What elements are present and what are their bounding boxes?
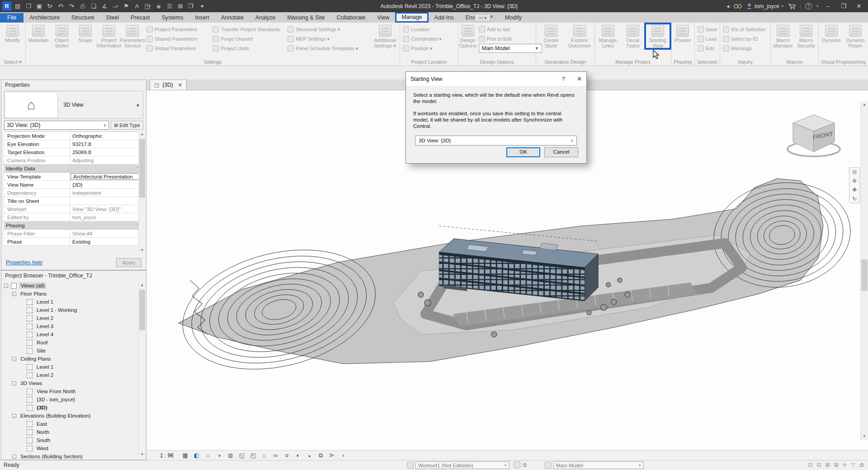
tree-item[interactable]: – {3D} — [1, 404, 146, 412]
displacement-sets-icon[interactable]: ⧉ — [316, 452, 325, 459]
property-row[interactable]: Phase Existing — [4, 238, 143, 246]
tab-architecture[interactable]: Architecture — [24, 13, 66, 23]
save-selection-button[interactable]: Save — [698, 26, 717, 33]
expander-icon[interactable]: – — [12, 414, 16, 418]
tab-systems[interactable]: Systems — [156, 13, 189, 23]
switch-windows-icon[interactable]: ❐▾ — [186, 1, 196, 11]
expander-icon[interactable]: – — [12, 357, 16, 361]
tab-modify[interactable]: Modify — [499, 13, 528, 23]
tree-item[interactable]: – Elevations (Building Elevation) — [1, 412, 146, 420]
expander-icon[interactable]: – — [12, 381, 16, 385]
panel-label-design-options[interactable]: Design Options — [458, 58, 536, 66]
minimize-button[interactable]: – — [823, 3, 834, 9]
tab-structure[interactable]: Structure — [66, 13, 100, 23]
save-icon[interactable]: ▣▾ — [34, 1, 44, 11]
position-button[interactable]: Position ▾ — [403, 45, 442, 52]
close-view-icon[interactable]: ✕ — [178, 82, 182, 88]
object-styles-button[interactable]: Object Styles — [50, 24, 74, 48]
tab-analyze[interactable]: Analyze — [250, 13, 281, 23]
help-icon[interactable]: ? — [805, 3, 812, 9]
dropdown-caret-icon[interactable]: ▾ — [61, 4, 63, 8]
thin-lines-icon[interactable]: ☰▾ — [165, 1, 175, 11]
select-links-toggle[interactable]: ⊡ — [808, 462, 812, 468]
tree-item[interactable]: – Roof — [1, 338, 146, 347]
pick-to-edit-button[interactable]: Pick to Edit — [479, 36, 540, 42]
browser-scrollbar[interactable]: ▲ ▼ — [138, 282, 146, 458]
tab-annotate[interactable]: Annotate — [215, 13, 250, 23]
tree-item[interactable]: – Sections (Building Section) — [1, 452, 146, 461]
type-card-caret-icon[interactable]: ▼ — [136, 103, 140, 108]
panel-label-selection[interactable]: Selection — [695, 58, 720, 66]
crop-region-visibility-icon[interactable]: ◰ — [249, 452, 257, 459]
cancel-button[interactable]: Cancel — [544, 147, 578, 157]
app-store-cart-icon[interactable] — [788, 3, 796, 9]
shared-parameters-button[interactable]: Shared Parameters — [146, 36, 208, 42]
decal-types-button[interactable]: Decal Types — [621, 24, 645, 48]
expander-icon[interactable]: – — [12, 455, 16, 459]
starting-view-button[interactable]: Starting View — [646, 24, 670, 48]
section-icon[interactable]: ◈▾ — [154, 1, 164, 11]
dropdown-caret-icon[interactable]: ▾ — [51, 4, 52, 8]
global-parameters-button[interactable]: Global Parameters — [146, 45, 208, 52]
ui-panels-icon[interactable]: ▤▾ — [13, 1, 23, 11]
text-icon[interactable]: A▾ — [132, 1, 142, 11]
property-row[interactable]: View Name {3D} — [4, 181, 143, 189]
ribbon-display-toggle[interactable]: ▭ ▾ — [475, 14, 491, 22]
edit-type-button[interactable]: ⊞ Edit Type — [111, 121, 143, 130]
tree-item[interactable]: – {3D - tom_joyce} — [1, 395, 146, 404]
dropdown-caret-icon[interactable]: ▾ — [116, 4, 118, 8]
tree-item[interactable]: – East — [1, 420, 146, 428]
steering-wheel-button[interactable]: ◎ — [852, 169, 857, 175]
tab-insert[interactable]: Insert — [189, 13, 215, 23]
search-icon[interactable] — [734, 3, 742, 9]
export-pdf-icon[interactable]: ❏▾ — [89, 1, 99, 11]
dynamo-button[interactable]: Dynamo — [820, 24, 843, 43]
panel-label-phasing[interactable]: Phasing — [671, 58, 694, 66]
tree-item[interactable]: – Site — [1, 347, 146, 355]
property-row[interactable]: Identity Data — [4, 164, 143, 173]
structural-settings-button[interactable]: Structural Settings ▾ — [288, 26, 369, 33]
tree-item[interactable]: – Floor Plans — [1, 290, 146, 298]
mep-settings-button[interactable]: MEP Settings ▾ — [288, 36, 369, 42]
active-workset-select[interactable]: Workset1 (Not Editable)∨ — [415, 461, 509, 469]
property-row[interactable]: Projection Mode Orthographic — [4, 132, 143, 140]
tree-item[interactable]: – Level 1 — [1, 363, 146, 371]
temporary-hide-isolate-icon[interactable]: ∞ — [271, 452, 280, 459]
project-information-button[interactable]: Project Information — [97, 24, 121, 48]
warnings-button[interactable]: Warnings — [723, 45, 766, 52]
tree-item[interactable]: – Level 1 — [1, 298, 146, 306]
customize-qat-icon[interactable]: ▾▾ — [197, 1, 207, 11]
parameters-service-button[interactable]: Parameters Service — [121, 24, 144, 48]
add-to-set-button[interactable]: Add to Set — [479, 26, 540, 33]
expander-icon[interactable]: – — [12, 292, 16, 296]
manage-links-button[interactable]: Manage Links — [596, 24, 620, 48]
orbit-button[interactable]: ↻ — [852, 196, 857, 202]
panel-label-macros[interactable]: Macros — [771, 58, 818, 66]
canvas-vertical-scrollbar[interactable]: ▲ ▼ — [860, 101, 868, 440]
lock-3d-view-icon[interactable]: ⌂ — [260, 452, 269, 459]
macro-manager-button[interactable]: Macro Manager — [772, 24, 794, 48]
location-button[interactable]: Location — [403, 26, 442, 33]
aligned-dimension-icon[interactable]: ↔▾ — [110, 1, 120, 11]
select-by-id-button[interactable]: Select by ID — [723, 36, 766, 42]
close-hidden-windows-icon[interactable]: ⊠▾ — [175, 1, 185, 11]
panel-label-inquiry[interactable]: Inquiry — [720, 58, 770, 66]
tree-item[interactable]: – Level 2 — [1, 371, 146, 379]
modify-button[interactable]: Modify — [1, 24, 24, 43]
close-button[interactable]: ✕ — [854, 3, 864, 9]
dropdown-caret-icon[interactable]: ▾ — [149, 4, 151, 8]
expander-icon[interactable]: – — [4, 284, 8, 288]
view-scale[interactable]: 1 : 96 — [160, 452, 174, 459]
filter-icon[interactable]: ▽ — [851, 462, 855, 468]
worksharing-display-icon[interactable]: ◒ — [305, 452, 314, 459]
explore-outcomes-button[interactable]: Explore Outcomes — [566, 24, 594, 48]
print-icon[interactable]: ⎙▾ — [78, 1, 88, 11]
panel-label-select[interactable]: Select ▾ — [0, 58, 25, 66]
tree-item[interactable]: – Ceiling Plans — [1, 355, 146, 363]
tab-precast[interactable]: Precast — [125, 13, 156, 23]
tab-collaborate[interactable]: Collaborate — [331, 13, 372, 23]
tab-steel[interactable]: Steel — [100, 13, 125, 23]
dropdown-caret-icon[interactable]: ▾ — [72, 4, 74, 8]
tree-item[interactable]: – View From North — [1, 387, 146, 395]
tree-item[interactable]: – Views (all) — [1, 282, 146, 290]
